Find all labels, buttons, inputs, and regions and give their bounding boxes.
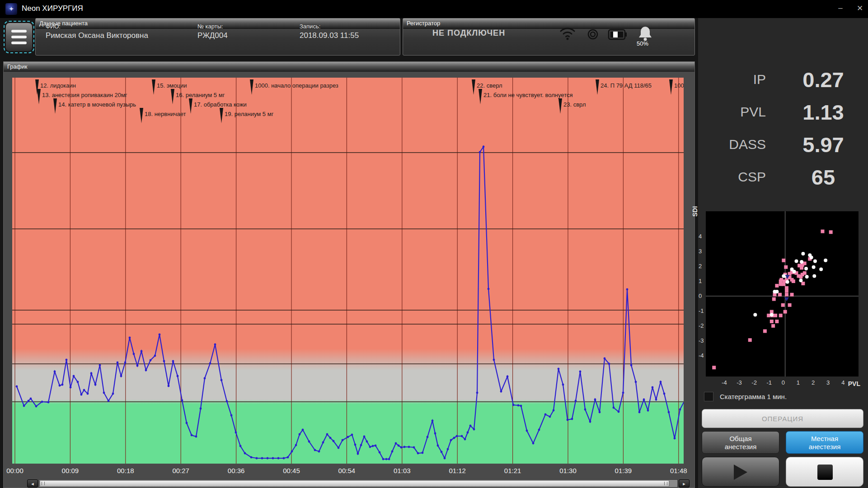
scrollbar-thumb[interactable] — [40, 480, 669, 487]
app-window: ✦ Neon ХИРУРГИЯ – ✕ Данные пациента ФИО:… — [0, 0, 868, 488]
event-flag-icon — [472, 79, 475, 95]
wifi-icon — [561, 28, 574, 37]
hamburger-icon — [11, 30, 27, 33]
main-menu-button[interactable] — [4, 21, 34, 53]
event-flag-icon — [596, 79, 599, 95]
metric-row-dass: DASS 5.97 — [703, 128, 863, 161]
play-icon — [734, 465, 747, 480]
right-sidebar: IP 0.27 PVL 1.13 DASS 5.97 CSP 65 SDI PV… — [698, 18, 868, 488]
metric-row-ip: IP 0.27 — [703, 63, 863, 96]
record-label: Запись: — [300, 23, 359, 30]
title-bar: ✦ Neon ХИРУРГИЯ – ✕ — [0, 0, 868, 18]
app-icon: ✦ — [5, 3, 17, 15]
event-annotation: 14. катетр в мочевой пузырь — [58, 101, 136, 108]
app-title: Neon ХИРУРГИЯ — [22, 4, 83, 13]
card-number-label: № карты: — [197, 23, 228, 30]
event-flag-icon — [250, 79, 253, 95]
event-flag-icon — [152, 79, 155, 95]
fio-value: Римская Оксана Викторовна — [46, 31, 148, 40]
x-tick-label: 00:18 — [117, 467, 134, 474]
event-annotation: 18. нервничает — [145, 111, 186, 117]
close-button[interactable]: ✕ — [853, 4, 867, 13]
metrics-block: IP 0.27 PVL 1.13 DASS 5.97 CSP 65 — [703, 63, 863, 193]
event-annotation: 1000. начало операции разрез — [255, 82, 338, 89]
metric-row-pvl: PVL 1.13 — [703, 96, 863, 128]
stop-icon — [817, 465, 833, 480]
minimize-button[interactable]: – — [834, 4, 847, 13]
registrator-status: НЕ ПОДКЛЮЧЕН — [432, 28, 505, 38]
scatter-x-axis-label: PVL — [848, 380, 860, 387]
scatter-y-tick: -1 — [699, 307, 704, 314]
dass-label: DASS — [703, 137, 783, 152]
record-icon — [588, 30, 597, 39]
trend-chart — [12, 78, 684, 464]
local-anesthesia-button[interactable]: Местная анестезия — [786, 431, 863, 454]
scatter-x-tick: -2 — [751, 379, 757, 386]
ip-label: IP — [703, 72, 783, 87]
event-annotation: 13. анестезия ропивакаин 20мг — [42, 92, 127, 98]
scatter-x-tick: 1 — [797, 379, 800, 386]
battery-percent: 50% — [637, 40, 648, 47]
scatter-y-tick: 0 — [699, 293, 702, 299]
event-annotation: 24. П 79 АД 118/65 — [601, 82, 652, 89]
event-flag-icon — [669, 79, 673, 95]
card-number-value: РЖД004 — [197, 31, 228, 40]
x-tick-label: 00:27 — [172, 467, 189, 474]
registrator-panel: Регистратор НЕ ПОДКЛЮЧЕН — [403, 18, 695, 56]
metric-row-csp: CSP 65 — [703, 161, 863, 193]
scatter-y-tick: 2 — [699, 263, 702, 270]
event-flag-icon — [220, 108, 223, 123]
event-flag-icon — [53, 98, 57, 114]
scattergram-plot: SDI PVL — [706, 211, 859, 376]
pvl-value: 1.13 — [783, 100, 863, 125]
event-flag-icon — [171, 89, 174, 104]
scatter-x-tick: -1 — [766, 379, 772, 386]
x-tick-label: 00:09 — [62, 467, 79, 474]
general-anesthesia-button[interactable]: Общая анестезия — [702, 431, 779, 454]
pvl-label: PVL — [703, 104, 783, 120]
x-tick-label: 00:00 — [6, 467, 23, 474]
scattergram-checkbox[interactable] — [704, 392, 713, 401]
event-flag-icon — [479, 89, 482, 104]
csp-value: 65 — [783, 165, 863, 190]
chart-horizontal-scrollbar[interactable]: ◄ ► — [27, 479, 690, 488]
stop-button[interactable] — [786, 457, 863, 487]
event-flag-icon — [189, 98, 192, 114]
chart-panel-title: График — [4, 62, 694, 72]
ip-value: 0.27 — [783, 67, 863, 92]
scroll-right-arrow-icon[interactable]: ► — [679, 479, 690, 488]
scatter-y-axis-label: SDI — [691, 206, 699, 217]
event-flag-icon — [558, 98, 562, 114]
bell-icon — [639, 27, 652, 41]
event-annotation: 21. боли не чувствует. волнуется — [483, 92, 573, 98]
scrollbar-track[interactable] — [39, 479, 678, 488]
scroll-left-arrow-icon[interactable]: ◄ — [27, 479, 38, 488]
play-button[interactable] — [702, 457, 779, 487]
scatter-x-tick: 2 — [812, 379, 815, 386]
event-flag-icon — [37, 89, 41, 104]
x-tick-label: 01:39 — [615, 467, 632, 474]
operation-button[interactable]: ОПЕРАЦИЯ — [702, 409, 863, 428]
x-tick-label: 00:54 — [338, 467, 356, 474]
x-tick-label: 01:03 — [394, 467, 411, 474]
x-tick-label: 01:48 — [670, 467, 687, 474]
event-annotation: 100 — [674, 82, 684, 89]
event-annotation: 17. обработка кожи — [194, 101, 247, 108]
trend-plot-area[interactable]: 12. лидокаин13. анестезия ропивакаин 20м… — [12, 78, 684, 464]
scatter-x-tick: -3 — [737, 379, 742, 386]
battery-icon — [609, 30, 627, 39]
patient-panel: Данные пациента ФИО: Римская Оксана Викт… — [35, 18, 400, 56]
event-annotation: 19. реланиум 5 мг — [225, 111, 273, 117]
fio-label: ФИО: — [46, 23, 148, 30]
event-annotation: 22. сверл — [477, 82, 502, 89]
scatter-x-tick: 4 — [841, 379, 845, 386]
x-tick-label: 01:12 — [449, 467, 466, 474]
scatter-y-tick: 4 — [699, 233, 702, 240]
scatter-y-tick: 3 — [699, 248, 702, 255]
x-tick-label: 01:21 — [504, 467, 521, 474]
event-annotation: 16. реланиум 5 мг — [176, 92, 225, 98]
registrator-icons — [560, 23, 691, 46]
event-annotation: 23. сврл — [563, 101, 586, 108]
scatter-x-tick: 3 — [826, 379, 830, 386]
record-value: 2018.09.03 11:55 — [300, 31, 359, 40]
